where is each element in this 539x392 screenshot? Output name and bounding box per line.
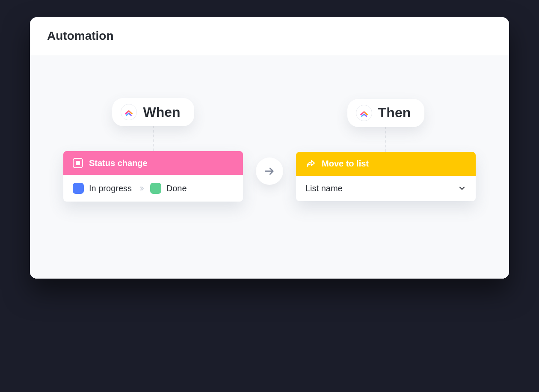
chevrons-right-icon: ›› xyxy=(137,183,145,194)
flow-arrow xyxy=(256,157,283,185)
automation-panel: Automation xyxy=(30,17,509,279)
trigger-card[interactable]: Status change In progress ›› Done xyxy=(63,151,243,202)
then-column: Then Move to list List name xyxy=(296,99,476,201)
status-box-icon xyxy=(73,158,83,168)
clickup-logo-icon xyxy=(356,105,372,121)
trigger-title: Status change xyxy=(89,158,148,168)
status-to-label: Done xyxy=(166,184,187,193)
clickup-logo-icon xyxy=(121,104,137,120)
then-pill[interactable]: Then xyxy=(347,99,424,127)
action-card-header: Move to list xyxy=(296,152,476,176)
action-card[interactable]: Move to list List name xyxy=(296,152,476,201)
chevron-down-icon xyxy=(458,184,466,193)
action-title: Move to list xyxy=(322,159,369,169)
then-connector xyxy=(385,126,386,152)
when-label: When xyxy=(143,104,180,120)
arrow-right-icon xyxy=(264,165,275,177)
action-card-body: List name xyxy=(296,176,476,201)
list-select-label: List name xyxy=(305,184,343,193)
status-swatch-from xyxy=(73,183,84,194)
panel-body: When Status change In progress ›› Done xyxy=(30,55,509,279)
status-from-label: In progress xyxy=(89,184,132,193)
when-column: When Status change In progress ›› Done xyxy=(63,98,243,202)
status-swatch-to xyxy=(150,183,161,194)
trigger-card-body: In progress ›› Done xyxy=(63,175,243,202)
share-arrow-icon xyxy=(305,159,316,169)
panel-header: Automation xyxy=(30,17,509,55)
trigger-card-header: Status change xyxy=(63,151,243,175)
automation-flow: When Status change In progress ›› Done xyxy=(56,98,483,202)
when-connector xyxy=(153,125,154,151)
then-label: Then xyxy=(378,105,411,121)
list-select[interactable]: List name xyxy=(305,184,466,193)
when-pill[interactable]: When xyxy=(112,98,194,126)
page-title: Automation xyxy=(47,29,492,43)
